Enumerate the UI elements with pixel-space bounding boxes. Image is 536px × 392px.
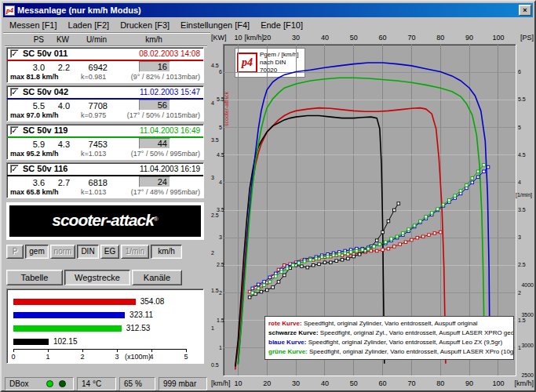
run-kw-value: 2.7 <box>46 178 70 187</box>
power-marker <box>373 245 376 249</box>
power-marker <box>277 281 280 284</box>
column-rpm: U/min <box>72 35 107 44</box>
view-button-Tabelle[interactable]: Tabelle <box>6 270 63 285</box>
run-checkbox[interactable]: ✓ <box>10 165 19 173</box>
run-rpm-value: 7708 <box>73 101 108 111</box>
unit-button-gem[interactable]: gem <box>25 245 49 259</box>
x-tick-bottom-20: 20 <box>263 379 271 387</box>
view-button-Kanäle[interactable]: Kanäle <box>132 270 182 285</box>
kw-scale-2.5: 2.5 <box>211 212 219 218</box>
power-marker <box>341 259 344 262</box>
runs-list: ✓SC 50v 01108.02.2003 14:083.02.2694216m… <box>6 47 204 201</box>
legend-text-0: Speedfight, original Zylinder, Vario ent… <box>302 320 478 327</box>
run-name: SC 50v 011 <box>23 49 68 58</box>
run-checkbox[interactable]: ✓ <box>10 88 19 96</box>
unit-button-EG[interactable]: EG <box>100 245 119 259</box>
logo-text: scooter-attack <box>52 211 154 229</box>
run-max-speed: max 65.8 km/h <box>10 188 59 196</box>
power-marker <box>263 281 266 284</box>
menubar: Messen [F1] Laden [F2] Drucken [F3] Eins… <box>4 18 532 32</box>
power-marker <box>286 267 289 270</box>
rpm-axis-label: [1/min] <box>516 192 532 198</box>
run-environment: (17° / 50% / 1015mbar) <box>127 111 200 119</box>
x-tick-top-80: 80 <box>436 34 444 42</box>
menu-drucken[interactable]: Drucken [F3] <box>115 19 175 31</box>
menu-laden[interactable]: Laden [F2] <box>63 19 115 31</box>
legend-label-2: blaue Kurve: <box>268 339 306 346</box>
unit-button-norm[interactable]: norm <box>50 245 75 259</box>
legend-row-0: rote Kurve: Speedfight, original Zylinde… <box>268 319 510 328</box>
power-marker <box>381 249 385 252</box>
power-marker <box>320 256 323 259</box>
run-color-line <box>7 175 203 176</box>
run-ps-value: 5.9 <box>16 140 45 149</box>
power-marker <box>251 287 254 290</box>
menu-ende[interactable]: Ende [F10] <box>255 19 308 31</box>
menu-messen[interactable]: Messen [F1] <box>4 19 63 31</box>
x-tick-bottom-30: 30 <box>292 379 300 387</box>
power-marker <box>347 257 350 260</box>
run-datetime: 08.02.2003 14:08 <box>139 49 200 58</box>
run-checkbox[interactable]: ✓ <box>10 49 19 58</box>
run-k-factor: k=0.975 <box>81 111 106 119</box>
power-marker <box>465 184 469 187</box>
scooter-attack-logo: scooter-attack® <box>9 205 201 237</box>
unit-button-1-min[interactable]: 1/min <box>121 245 149 259</box>
run-color-line <box>7 136 203 138</box>
power-marker <box>390 238 393 241</box>
x-tick-bottom-80: 80 <box>436 379 444 387</box>
close-button[interactable]: × <box>519 5 531 16</box>
run-ps-value: 3.0 <box>16 63 45 72</box>
distance-bar-0 <box>13 299 136 305</box>
distance-tickmark-4 <box>151 349 152 352</box>
power-marker <box>361 249 364 252</box>
power-marker <box>387 220 390 223</box>
power-marker <box>268 276 272 279</box>
dbox-led-dark-icon <box>59 380 66 387</box>
ps-scale-left-4.5: 4.5 <box>217 152 222 158</box>
run-checkbox[interactable]: ✓ <box>10 126 19 135</box>
power-marker <box>248 296 251 299</box>
power-marker <box>344 252 347 255</box>
unit-button-DIN[interactable]: DIN <box>77 245 99 259</box>
dbox-led-green-icon <box>46 380 53 387</box>
power-marker <box>448 199 451 202</box>
power-marker <box>397 202 400 205</box>
run-datetime: 11.02.2003 15:47 <box>140 88 200 96</box>
run-environment: (9° / 82% / 1013mbar) <box>131 73 200 81</box>
power-marker <box>410 238 414 241</box>
unit-button-km-h[interactable]: km/h <box>151 245 182 259</box>
run-kmh-value: 44 <box>139 138 170 149</box>
distance-tickmark-3 <box>117 349 118 352</box>
ps-scale-right-3: 3 <box>518 234 521 240</box>
distance-axis-caption: (x100m) <box>125 353 151 361</box>
run-rpm-value: 6942 <box>73 63 108 72</box>
x-axis-unit-label: [km/h] <box>244 34 264 42</box>
power-marker <box>292 264 295 267</box>
power-marker <box>407 228 410 231</box>
run-entry-1: ✓SC 50v 04211.02.2003 15:475.54.0770856m… <box>6 85 204 122</box>
power-marker <box>323 261 326 264</box>
power-marker <box>349 251 352 254</box>
ps-scale-right-2: 2 <box>518 290 521 296</box>
run-rpm-value: 7453 <box>73 140 108 149</box>
view-button-Wegstrecke[interactable]: Wegstrecke <box>64 270 130 285</box>
power-marker <box>421 235 425 238</box>
menu-einstellungen[interactable]: Einstellungen [F4] <box>175 19 255 31</box>
run-datetime: 11.04.2003 16:49 <box>140 126 200 135</box>
legend-row-2: blaue Kurve: Speedfight, original Zylind… <box>268 338 510 347</box>
power-marker <box>251 292 254 295</box>
unit-button-P[interactable]: P <box>6 245 24 259</box>
power-marker <box>257 287 260 290</box>
titlebar[interactable]: p4 Messanlage (nur km/h Modus) × <box>3 3 533 17</box>
power-marker <box>341 254 344 257</box>
distance-tick-0: 0 <box>11 353 15 361</box>
chart-legend: rote Kurve: Speedfight, original Zylinde… <box>264 316 514 360</box>
x-tick-top-50: 50 <box>350 34 358 42</box>
run-k-factor: k=1.013 <box>81 150 106 158</box>
x-tick-top-90: 90 <box>465 34 473 42</box>
run-color-line <box>7 60 203 61</box>
ps-scale-left-5.5: 5.5 <box>217 96 222 102</box>
power-marker <box>263 284 266 287</box>
power-marker <box>297 262 301 265</box>
